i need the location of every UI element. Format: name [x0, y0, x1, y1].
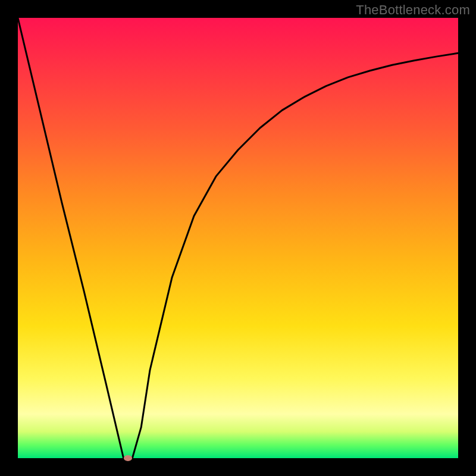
bottleneck-curve [18, 18, 458, 458]
chart-frame: TheBottleneck.com [0, 0, 476, 476]
optimal-point-marker [124, 455, 132, 461]
watermark-text: TheBottleneck.com [356, 2, 470, 18]
plot-area [18, 18, 458, 458]
